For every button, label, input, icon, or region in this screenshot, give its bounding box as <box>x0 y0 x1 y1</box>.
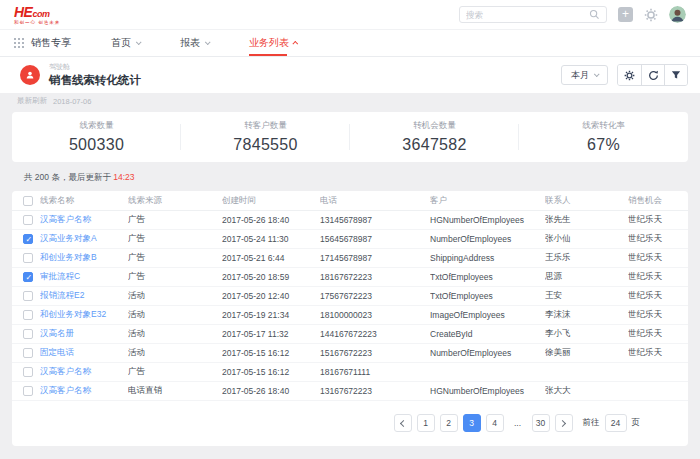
lead-name-link[interactable]: 汉高业务对象A <box>40 233 97 243</box>
page-button-2[interactable]: 2 <box>440 414 458 432</box>
settings-gear-icon[interactable] <box>644 8 658 22</box>
top-bar: HEcom 和创一心 创造未来 + <box>0 0 700 30</box>
lead-source-cell: 电话直销 <box>128 385 222 397</box>
tab-label: 首页 <box>111 36 131 50</box>
row-checkbox[interactable] <box>23 291 33 301</box>
customer-cell: HGNumberOfEmployees <box>430 215 545 225</box>
lead-name-link[interactable]: 审批流程C <box>40 271 80 281</box>
lead-name-link[interactable]: 和创业务对象E32 <box>40 309 106 319</box>
opportunity-cell: 世纪乐天 <box>628 328 688 340</box>
filter-button[interactable] <box>664 65 687 85</box>
stat-conversion-rate: 线索转化率 67% <box>519 112 688 162</box>
row-checkbox[interactable] <box>23 367 33 377</box>
col-header-lead-source: 线索来源 <box>128 195 222 207</box>
page-button-1[interactable]: 1 <box>417 414 435 432</box>
lead-source-cell: 活动 <box>128 347 222 359</box>
phone-cell: 18167671111 <box>320 367 430 377</box>
toolbar-icon-group <box>617 64 688 86</box>
col-header-customer: 客户 <box>430 195 545 207</box>
lead-name-link[interactable]: 固定电话 <box>40 347 74 357</box>
goto-page-input[interactable] <box>605 414 627 432</box>
table-row: 报销流程E2 活动 2017-05-20 12:40 17567672223 T… <box>12 287 688 306</box>
next-page-button[interactable] <box>555 414 573 432</box>
col-header-created: 创建时间 <box>222 195 320 207</box>
contact-cell: 张先生 <box>545 214 628 226</box>
row-checkbox[interactable] <box>23 329 33 339</box>
pagination-pages: 1234...30 <box>417 414 550 432</box>
lead-name-link[interactable]: 汉高客户名称 <box>40 366 91 376</box>
page-ellipsis: ... <box>509 414 527 432</box>
refresh-date: 2018-07-06 <box>53 97 91 106</box>
table-body: 汉高客户名称 广告 2017-05-26 18:40 13145678987 H… <box>12 211 688 401</box>
stat-value: 67% <box>587 136 620 154</box>
created-time-cell: 2017-05-26 18:40 <box>222 386 320 396</box>
stat-value: 3647582 <box>402 136 466 154</box>
leads-table: 线索名称 线索来源 创建时间 电话 客户 联系人 销售机会 汉高客户名称 广告 … <box>12 191 688 446</box>
opportunity-cell: 世纪乐天 <box>628 233 688 245</box>
col-header-phone: 电话 <box>320 195 430 207</box>
topbar-actions: + <box>459 6 686 23</box>
lead-source-cell: 广告 <box>128 271 222 283</box>
created-time-cell: 2017-05-24 11:30 <box>222 234 320 244</box>
tab-reports[interactable]: 报表 <box>180 30 209 56</box>
stat-label: 转客户数量 <box>244 120 287 132</box>
lead-name-link[interactable]: 和创业务对象B <box>40 252 97 262</box>
search-input[interactable] <box>466 10 589 20</box>
chevron-left-icon <box>400 419 407 426</box>
stat-value: 7845550 <box>233 136 297 154</box>
opportunity-cell: 世纪乐天 <box>628 290 688 302</box>
stats-card: 线索数量 500330 转客户数量 7845550 转机会数量 3647582 … <box>12 112 688 162</box>
row-checkbox[interactable] <box>23 348 33 358</box>
phone-cell: 13167672223 <box>320 386 430 396</box>
lead-source-cell: 广告 <box>128 233 222 245</box>
created-time-cell: 2017-05-20 12:40 <box>222 291 320 301</box>
page-unit-label: 页 <box>632 417 641 429</box>
logo-tagline: 和创一心 创造未来 <box>14 21 60 26</box>
lead-source-cell: 广告 <box>128 252 222 264</box>
select-all-checkbox[interactable] <box>23 196 33 206</box>
phone-cell: 144167672223 <box>320 329 430 339</box>
prev-page-button[interactable] <box>394 414 412 432</box>
created-time-cell: 2017-05-26 18:40 <box>222 215 320 225</box>
customer-cell: CreateById <box>430 329 545 339</box>
stat-value: 500330 <box>69 136 124 154</box>
lead-name-link[interactable]: 汉高客户名称 <box>40 214 91 224</box>
lead-name-link[interactable]: 汉高客户名称 <box>40 385 91 395</box>
search-icon[interactable] <box>589 9 600 20</box>
app-label: 销售专享 <box>31 36 71 50</box>
contact-cell: 张大大 <box>545 385 628 397</box>
add-button[interactable]: + <box>618 7 633 22</box>
refresh-button[interactable] <box>641 65 664 85</box>
phone-cell: 17567672223 <box>320 291 430 301</box>
row-checkbox[interactable] <box>23 272 33 282</box>
customer-cell: HGNumberOfEmployees <box>430 386 545 396</box>
user-avatar[interactable] <box>669 6 686 23</box>
contact-cell: 李沫沫 <box>545 309 628 321</box>
settings-gear-button[interactable] <box>618 65 641 85</box>
table-header-row: 线索名称 线索来源 创建时间 电话 客户 联系人 销售机会 <box>12 191 688 211</box>
page-button-30[interactable]: 30 <box>532 414 550 432</box>
row-checkbox[interactable] <box>23 253 33 263</box>
lead-source-cell: 活动 <box>128 309 222 321</box>
global-search[interactable] <box>459 6 607 23</box>
page-button-4[interactable]: 4 <box>486 414 504 432</box>
hecom-logo[interactable]: HEcom 和创一心 创造未来 <box>14 4 60 26</box>
pagination: 1234...30 前往 页 <box>12 401 688 440</box>
row-checkbox[interactable] <box>23 215 33 225</box>
table-row: 汉高客户名称 广告 2017-05-15 16:12 18167671111 <box>12 363 688 382</box>
page-button-3[interactable]: 3 <box>463 414 481 432</box>
lead-name-link[interactable]: 汉高名册 <box>40 328 74 338</box>
tab-business-list[interactable]: 业务列表 <box>249 30 298 56</box>
lead-source-cell: 广告 <box>128 214 222 226</box>
chevron-right-icon <box>559 419 566 426</box>
contact-cell: 王乐乐 <box>545 252 628 264</box>
grid-menu-icon <box>14 38 24 48</box>
lead-name-link[interactable]: 报销流程E2 <box>40 290 84 300</box>
row-checkbox[interactable] <box>23 310 33 320</box>
page-toolbar: 本月 <box>561 64 688 86</box>
row-checkbox[interactable] <box>23 386 33 396</box>
tab-home[interactable]: 首页 <box>111 30 140 56</box>
period-selector[interactable]: 本月 <box>561 65 608 85</box>
row-checkbox[interactable] <box>23 234 33 244</box>
app-switcher[interactable]: 销售专享 <box>14 36 71 50</box>
